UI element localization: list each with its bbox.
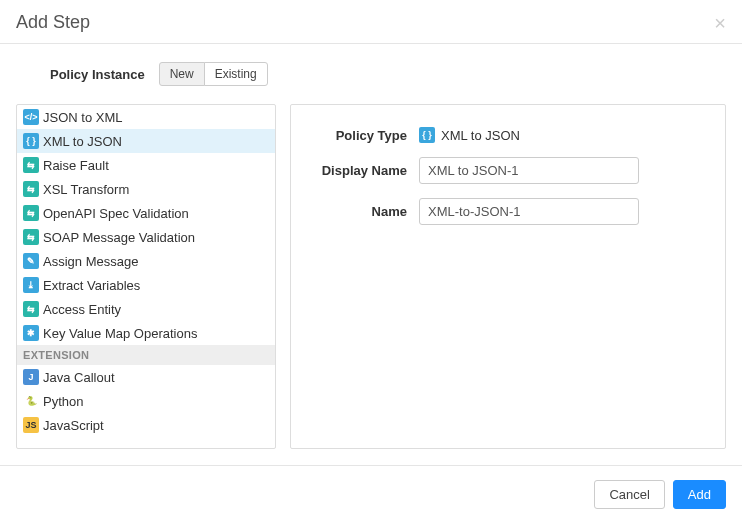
policy-item-label: OpenAPI Spec Validation — [43, 206, 189, 221]
display-name-label: Display Name — [309, 163, 419, 178]
form-row-policy-type: Policy Type { } XML to JSON — [309, 127, 707, 143]
policy-item-label: XML to JSON — [43, 134, 122, 149]
form-row-display-name: Display Name — [309, 157, 707, 184]
policy-instance-row: Policy Instance New Existing — [0, 44, 742, 104]
policy-item[interactable]: ✎Assign Message — [17, 249, 275, 273]
policy-icon: J — [23, 369, 39, 385]
add-button[interactable]: Add — [673, 480, 726, 509]
policy-icon: ⇆ — [23, 301, 39, 317]
policy-item[interactable]: ⤓Extract Variables — [17, 273, 275, 297]
policy-item[interactable]: ✱Key Value Map Operations — [17, 321, 275, 345]
policy-icon: ⤓ — [23, 277, 39, 293]
policy-icon: JS — [23, 417, 39, 433]
policy-item-label: JSON to XML — [43, 110, 122, 125]
policy-item-label: Assign Message — [43, 254, 138, 269]
policy-type-value-wrap: { } XML to JSON — [419, 127, 520, 143]
policy-icon: { } — [23, 133, 39, 149]
name-label: Name — [309, 204, 419, 219]
content-area: </>JSON to XML{ }XML to JSON⇆Raise Fault… — [0, 104, 742, 449]
policy-form-panel: Policy Type { } XML to JSON Display Name… — [290, 104, 726, 449]
policy-item-label: Access Entity — [43, 302, 121, 317]
policy-icon: ✱ — [23, 325, 39, 341]
display-name-input[interactable] — [419, 157, 639, 184]
category-header-extension: EXTENSION — [17, 345, 275, 365]
policy-item-label: Extract Variables — [43, 278, 140, 293]
policy-icon: ⇆ — [23, 229, 39, 245]
policy-icon: ✎ — [23, 253, 39, 269]
name-input[interactable] — [419, 198, 639, 225]
policy-item[interactable]: ⇆Access Entity — [17, 297, 275, 321]
policy-item[interactable]: ⇆SOAP Message Validation — [17, 225, 275, 249]
policy-item[interactable]: JSJavaScript — [17, 413, 275, 437]
policy-icon: ⇆ — [23, 181, 39, 197]
modal-header: Add Step × — [0, 0, 742, 44]
policy-item[interactable]: ⇆OpenAPI Spec Validation — [17, 201, 275, 225]
policy-item-label: JavaScript — [43, 418, 104, 433]
form-row-name: Name — [309, 198, 707, 225]
instance-existing-button[interactable]: Existing — [204, 62, 268, 86]
cancel-button[interactable]: Cancel — [594, 480, 664, 509]
policy-icon: ⇆ — [23, 157, 39, 173]
policy-item-label: XSL Transform — [43, 182, 129, 197]
policy-item[interactable]: ⇆XSL Transform — [17, 177, 275, 201]
policy-item-label: Java Callout — [43, 370, 115, 385]
policy-item[interactable]: JJava Callout — [17, 365, 275, 389]
policy-item-label: Python — [43, 394, 83, 409]
policy-icon: ⇆ — [23, 205, 39, 221]
policy-item-label: SOAP Message Validation — [43, 230, 195, 245]
close-icon[interactable]: × — [714, 13, 726, 33]
policy-type-label: Policy Type — [309, 128, 419, 143]
policy-item-label: Key Value Map Operations — [43, 326, 197, 341]
instance-toggle-group: New Existing — [159, 62, 268, 86]
policy-type-icon: { } — [419, 127, 435, 143]
policy-item[interactable]: { }XML to JSON — [17, 129, 275, 153]
policy-type-value: XML to JSON — [441, 128, 520, 143]
policy-icon: 🐍 — [23, 393, 39, 409]
instance-new-button[interactable]: New — [159, 62, 205, 86]
policy-item[interactable]: ⇆Raise Fault — [17, 153, 275, 177]
policy-item-label: Raise Fault — [43, 158, 109, 173]
policy-item[interactable]: 🐍Python — [17, 389, 275, 413]
policy-item[interactable]: </>JSON to XML — [17, 105, 275, 129]
modal-title: Add Step — [16, 12, 90, 33]
modal-footer: Cancel Add — [0, 465, 742, 523]
policy-instance-label: Policy Instance — [50, 67, 145, 82]
policy-list-panel[interactable]: </>JSON to XML{ }XML to JSON⇆Raise Fault… — [16, 104, 276, 449]
policy-icon: </> — [23, 109, 39, 125]
